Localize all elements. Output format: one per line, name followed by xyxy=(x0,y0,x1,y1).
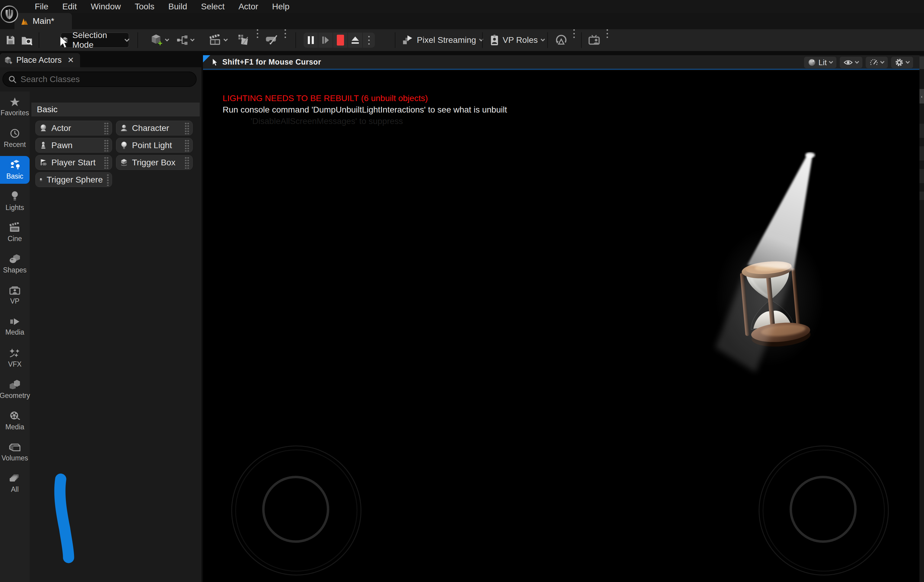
toolbar-separator xyxy=(547,32,548,48)
toolbar-separator xyxy=(137,32,138,48)
unreal-engine-logo-icon[interactable] xyxy=(1,5,18,23)
viewport-stats-dropdown[interactable] xyxy=(866,57,888,68)
save-button[interactable] xyxy=(5,29,16,51)
drag-grip-icon[interactable] xyxy=(185,140,190,151)
document-tab-row: Main* xyxy=(0,13,924,29)
category-cine[interactable]: Cine xyxy=(0,217,30,248)
sync-level-button[interactable] xyxy=(554,29,568,51)
right-virtual-joystick[interactable] xyxy=(757,444,890,577)
drag-grip-icon[interactable] xyxy=(185,122,190,134)
pixel-streaming-dropdown[interactable]: Pixel Streaming xyxy=(403,29,483,51)
place-item-character[interactable]: Character xyxy=(116,121,193,135)
category-geometry[interactable]: Geometry xyxy=(0,374,30,405)
chevron-down-icon xyxy=(541,37,545,41)
menu-tools[interactable]: Tools xyxy=(128,0,161,13)
unreal-editor-window: File Edit Window Tools Build Select Acto… xyxy=(0,0,924,582)
place-actors-tab[interactable]: + Place Actors ✕ xyxy=(0,53,80,67)
menu-help[interactable]: Help xyxy=(265,0,297,13)
category-shapes[interactable]: Shapes xyxy=(0,248,30,279)
stop-button[interactable] xyxy=(333,33,347,48)
modes-icon xyxy=(238,34,249,46)
category-media-reel[interactable]: Media xyxy=(0,405,30,437)
section-header-basic[interactable]: Basic xyxy=(31,103,200,117)
stop-icon xyxy=(337,35,344,46)
drag-grip-icon[interactable] xyxy=(185,156,190,169)
cinematics-dropdown[interactable] xyxy=(209,29,227,51)
category-vp[interactable]: VP xyxy=(0,279,30,311)
viewport-settings-dropdown[interactable] xyxy=(891,57,913,68)
search-classes-input[interactable] xyxy=(21,74,191,84)
menu-actor[interactable]: Actor xyxy=(231,0,265,13)
svg-text:+: + xyxy=(10,60,12,64)
vp-roles-dropdown[interactable]: VP Roles xyxy=(490,29,544,51)
capture-button[interactable] xyxy=(588,29,601,51)
xr-tools-button[interactable] xyxy=(265,29,278,51)
drag-grip-icon[interactable] xyxy=(104,140,109,151)
chevron-down-icon xyxy=(829,59,833,64)
lit-sphere-icon xyxy=(808,59,816,66)
place-item-trigger-sphere[interactable]: Trigger Sphere xyxy=(35,172,112,187)
modes-button[interactable] xyxy=(238,29,249,51)
menu-edit[interactable]: Edit xyxy=(55,0,84,13)
drag-grip-icon[interactable] xyxy=(104,122,109,134)
menu-file[interactable]: File xyxy=(28,0,55,13)
place-item-point-light[interactable]: Point Light xyxy=(116,138,193,153)
menu-window[interactable]: Window xyxy=(84,0,128,13)
chevron-down-icon xyxy=(880,59,884,64)
viewport-header: Shift+F1 for Mouse Cursor Lit xyxy=(203,55,919,70)
collapsed-right-panel[interactable]: ‹ xyxy=(919,55,924,582)
menu-build[interactable]: Build xyxy=(161,0,194,13)
player-start-icon xyxy=(39,158,48,166)
place-actors-content: Basic Actor xyxy=(30,91,201,582)
category-recent[interactable]: Recent xyxy=(0,123,30,154)
hourglass-spotlight-render xyxy=(705,146,831,400)
capture-options-kebab[interactable] xyxy=(606,29,609,51)
place-item-player-start[interactable]: Player Start xyxy=(35,155,112,170)
viewport-canvas[interactable]: LIGHTING NEEDS TO BE REBUILT (6 unbuilt … xyxy=(203,71,919,582)
category-media-play[interactable]: Media xyxy=(0,311,30,342)
show-flags-dropdown[interactable] xyxy=(840,57,862,68)
cinematics-icon xyxy=(209,35,222,46)
left-virtual-joystick[interactable] xyxy=(230,444,363,577)
chevron-down-icon xyxy=(190,37,195,41)
category-lights[interactable]: Lights xyxy=(0,186,30,217)
xr-brush-icon xyxy=(265,35,278,46)
sync-options-kebab[interactable] xyxy=(572,29,576,51)
pause-button[interactable] xyxy=(304,33,318,48)
chevron-down-icon xyxy=(855,59,859,64)
modes-options-kebab[interactable] xyxy=(256,29,259,51)
eject-button[interactable] xyxy=(348,33,362,48)
chevron-down-icon xyxy=(906,59,910,64)
menu-select[interactable]: Select xyxy=(194,0,232,13)
add-actor-dropdown[interactable]: + xyxy=(150,29,168,51)
active-viewport-corner xyxy=(203,55,210,62)
cursor-arrow-icon xyxy=(212,58,218,66)
place-item-pawn[interactable]: Pawn xyxy=(35,138,112,153)
vp-roles-label: VP Roles xyxy=(503,35,538,45)
category-volumes[interactable]: Volumes xyxy=(0,437,30,468)
volume-box-icon xyxy=(9,442,21,452)
expand-panel-chevron-icon[interactable]: ‹ xyxy=(919,89,924,104)
category-basic[interactable]: Basic xyxy=(0,154,30,186)
blueprints-icon xyxy=(177,35,188,46)
place-item-trigger-box[interactable]: Trigger Box xyxy=(116,155,193,170)
drag-grip-icon[interactable] xyxy=(104,156,109,169)
blueprints-dropdown[interactable] xyxy=(177,29,194,51)
unsaved-warning-icon xyxy=(21,18,29,25)
browse-content-button[interactable] xyxy=(21,29,33,51)
category-vfx[interactable]: VFX xyxy=(0,342,30,374)
category-favorites[interactable]: Favorites xyxy=(0,91,30,123)
browse-content-icon xyxy=(21,35,33,46)
pie-options-kebab[interactable] xyxy=(363,33,375,48)
selection-mode-dropdown[interactable]: Selection Mode xyxy=(61,33,129,48)
step-forward-button[interactable] xyxy=(318,33,333,48)
virtual-production-icon xyxy=(9,285,21,295)
pie-controls xyxy=(304,33,375,48)
tab-main-level[interactable]: Main* xyxy=(15,13,72,29)
close-icon[interactable]: ✕ xyxy=(68,56,74,64)
view-mode-dropdown[interactable]: Lit xyxy=(804,57,837,68)
place-item-actor[interactable]: Actor xyxy=(35,121,112,135)
drag-grip-icon[interactable] xyxy=(107,174,109,186)
category-all[interactable]: All xyxy=(0,468,30,499)
xr-options-kebab[interactable] xyxy=(283,29,287,51)
